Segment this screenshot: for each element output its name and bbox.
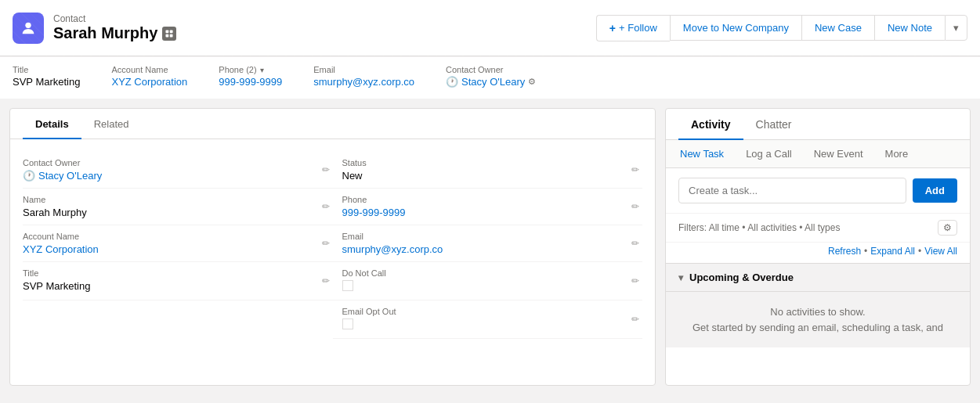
status-edit-icon[interactable]: ✏: [631, 164, 639, 175]
owner-value: Stacy O'Leary: [461, 76, 525, 88]
chevron-down-icon: ▾: [953, 22, 959, 34]
field-do-not-call: Do Not Call ✏: [333, 262, 643, 300]
svg-rect-1: [166, 30, 169, 33]
svg-point-0: [25, 22, 31, 27]
email-link[interactable]: smurphy@xyz.corp.co: [313, 76, 414, 88]
expand-all-link[interactable]: Expand All: [870, 246, 915, 257]
gear-icon: ⚙: [943, 222, 952, 233]
phone-value: 999-999-9999: [219, 76, 282, 88]
no-activities-sub: Get started by sending an email, schedul…: [678, 320, 957, 336]
tab-details[interactable]: Details: [23, 109, 81, 139]
email-opt-out-checkbox[interactable]: [342, 318, 353, 329]
phone-header: Phone (2) ▾: [219, 65, 282, 74]
status-label: Status: [342, 158, 643, 167]
new-note-button[interactable]: New Note: [874, 15, 945, 41]
sub-tab-new-task[interactable]: New Task: [669, 140, 735, 167]
email-opt-out-value: [342, 318, 643, 332]
tab-related[interactable]: Related: [81, 109, 142, 139]
name-value: Sarah Murphy: [23, 207, 317, 218]
upcoming-section: ▾ Upcoming & Overdue No activities to sh…: [666, 264, 970, 347]
contact-owner-edit-icon[interactable]: ✏: [322, 164, 330, 175]
actions-dropdown-button[interactable]: ▾: [945, 15, 967, 41]
details-tabs: Details Related: [10, 109, 655, 139]
filters-settings-button[interactable]: ⚙: [938, 220, 957, 236]
phone-detail-edit-icon[interactable]: ✏: [631, 201, 639, 212]
owner-link[interactable]: Stacy O'Leary: [461, 76, 525, 88]
upcoming-chevron-icon[interactable]: ▾: [678, 272, 683, 283]
contact-owner-avatar-icon: 🕐: [23, 170, 35, 182]
phone-detail-label: Phone: [342, 195, 643, 204]
tab-activity[interactable]: Activity: [678, 109, 743, 140]
title-detail-edit-icon[interactable]: ✏: [322, 275, 330, 286]
name-edit-icon[interactable]: ✏: [322, 201, 330, 212]
activity-panel: Activity Chatter New Task Log a Call New…: [665, 108, 971, 386]
email-detail-value: smurphy@xyz.corp.co: [342, 243, 643, 255]
phone-detail-link[interactable]: 999-999-9999: [342, 207, 406, 218]
do-not-call-label: Do Not Call: [342, 268, 643, 278]
tab-chatter[interactable]: Chatter: [743, 109, 805, 140]
upcoming-label: Upcoming & Overdue: [689, 272, 794, 283]
email-label: Email: [313, 65, 414, 74]
field-phone: Phone (2) ▾ 999-999-9999: [219, 65, 282, 88]
field-phone-detail: Phone 999-999-9999 ✏: [333, 189, 643, 225]
sub-tab-more[interactable]: More: [874, 140, 920, 167]
title-detail-label: Title: [23, 268, 317, 278]
separator-1: •: [864, 246, 867, 257]
merge-icon[interactable]: [162, 27, 176, 41]
filters-row: Filters: All time • All activities • All…: [666, 214, 970, 243]
no-activities-message: No activities to show. Get started by se…: [666, 292, 970, 347]
activity-tabs: Activity Chatter: [666, 109, 970, 140]
contact-avatar-icon: [13, 13, 44, 44]
email-detail-link[interactable]: smurphy@xyz.corp.co: [342, 243, 443, 255]
move-to-company-button[interactable]: Move to New Company: [670, 15, 801, 41]
sub-tab-new-event[interactable]: New Event: [803, 140, 874, 167]
owner-settings-icon: ⚙: [528, 77, 536, 87]
account-name-link[interactable]: XYZ Corporation: [23, 243, 99, 255]
do-not-call-edit-icon[interactable]: ✏: [631, 275, 639, 286]
account-link[interactable]: XYZ Corporation: [111, 76, 187, 88]
phone-label: Phone (2): [219, 65, 256, 74]
field-title-detail: Title SVP Marketing ✏: [23, 262, 333, 300]
title-value: SVP Marketing: [13, 76, 80, 88]
main-content: Details Related Contact Owner 🕐 Stacy O'…: [9, 108, 971, 386]
task-input-row: Add: [666, 168, 970, 214]
email-value: smurphy@xyz.corp.co: [313, 76, 414, 88]
upcoming-header: ▾ Upcoming & Overdue: [666, 264, 970, 292]
contact-name: Sarah Murphy: [53, 24, 176, 42]
field-name: Name Sarah Murphy ✏: [23, 189, 333, 225]
field-status: Status New ✏: [333, 152, 643, 189]
account-label: Account Name: [111, 65, 187, 74]
contact-owner-label: Contact Owner: [23, 158, 317, 167]
view-all-link[interactable]: View All: [924, 246, 957, 257]
email-opt-out-edit-icon[interactable]: ✏: [631, 314, 639, 325]
field-email: Email smurphy@xyz.corp.co: [313, 65, 414, 88]
task-input[interactable]: [678, 178, 906, 203]
account-name-edit-icon[interactable]: ✏: [322, 238, 330, 249]
field-owner: Contact Owner 🕐 Stacy O'Leary ⚙: [446, 65, 536, 88]
separator-2: •: [918, 246, 921, 257]
field-title: Title SVP Marketing: [13, 65, 80, 88]
field-contact-owner: Contact Owner 🕐 Stacy O'Leary ✏: [23, 152, 333, 189]
add-task-button[interactable]: Add: [913, 178, 957, 203]
refresh-link[interactable]: Refresh: [828, 246, 861, 257]
new-case-button[interactable]: New Case: [801, 15, 874, 41]
sub-tab-log-call[interactable]: Log a Call: [735, 140, 803, 167]
email-opt-out-label: Email Opt Out: [342, 307, 643, 316]
email-detail-edit-icon[interactable]: ✏: [631, 238, 639, 249]
title-detail-value: SVP Marketing: [23, 280, 317, 292]
plus-icon: +: [609, 22, 616, 34]
phone-dropdown-icon[interactable]: ▾: [260, 66, 264, 74]
follow-button[interactable]: + + Follow: [596, 15, 670, 41]
activity-sub-tabs: New Task Log a Call New Event More: [666, 140, 970, 168]
field-empty: [23, 300, 333, 339]
svg-rect-4: [170, 34, 173, 37]
do-not-call-checkbox[interactable]: [342, 280, 353, 291]
details-fields-grid: Contact Owner 🕐 Stacy O'Leary ✏ Status N…: [10, 139, 655, 351]
action-buttons: + + Follow Move to New Company New Case …: [596, 15, 967, 41]
contact-type-label: Contact: [53, 13, 176, 24]
field-email-opt-out: Email Opt Out ✏: [333, 300, 643, 339]
contact-owner-link[interactable]: Stacy O'Leary: [38, 170, 102, 182]
owner-avatar-icon: 🕐: [446, 76, 458, 88]
svg-rect-3: [166, 34, 169, 37]
phone-link[interactable]: 999-999-9999: [219, 76, 282, 88]
